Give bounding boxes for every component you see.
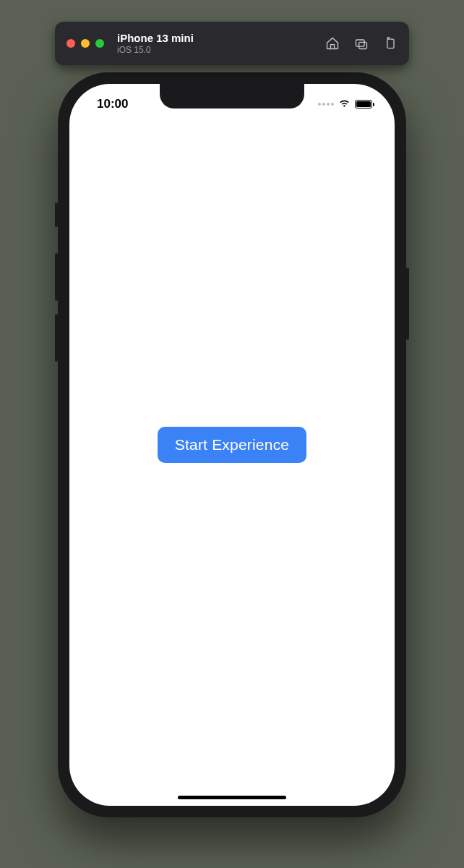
- window-traffic-lights: [66, 39, 104, 48]
- fullscreen-window-button[interactable]: [95, 39, 104, 48]
- home-icon[interactable]: [325, 36, 340, 51]
- app-content: Start Experience: [69, 84, 395, 806]
- rotate-icon[interactable]: [383, 36, 398, 51]
- battery-icon: [355, 100, 374, 109]
- simulator-toolbar: iPhone 13 mini iOS 15.0: [55, 22, 409, 65]
- close-window-button[interactable]: [66, 39, 75, 48]
- power-button[interactable]: [406, 268, 409, 340]
- volume-up-button[interactable]: [55, 253, 58, 301]
- device-name-label: iPhone 13 mini: [117, 32, 194, 45]
- device-screen: 10:00 Start Experience: [69, 84, 395, 806]
- minimize-window-button[interactable]: [81, 39, 90, 48]
- start-experience-button-label: Start Experience: [175, 436, 289, 453]
- wifi-icon: [338, 98, 351, 111]
- device-frame: 10:00 Start Experience: [58, 72, 406, 817]
- status-time: 10:00: [90, 93, 128, 111]
- status-right: [318, 93, 374, 111]
- screenshot-icon[interactable]: [354, 36, 369, 51]
- os-version-label: iOS 15.0: [117, 45, 194, 55]
- svg-rect-2: [387, 39, 394, 48]
- cellular-signal-icon: [318, 103, 334, 106]
- start-experience-button[interactable]: Start Experience: [158, 427, 306, 463]
- svg-rect-0: [356, 40, 365, 46]
- toolbar-actions: [325, 36, 398, 51]
- mute-switch[interactable]: [55, 203, 58, 227]
- home-indicator[interactable]: [178, 796, 286, 799]
- device-notch: [160, 84, 304, 109]
- volume-down-button[interactable]: [55, 314, 58, 362]
- svg-rect-1: [359, 42, 367, 48]
- toolbar-title-block: iPhone 13 mini iOS 15.0: [117, 32, 194, 55]
